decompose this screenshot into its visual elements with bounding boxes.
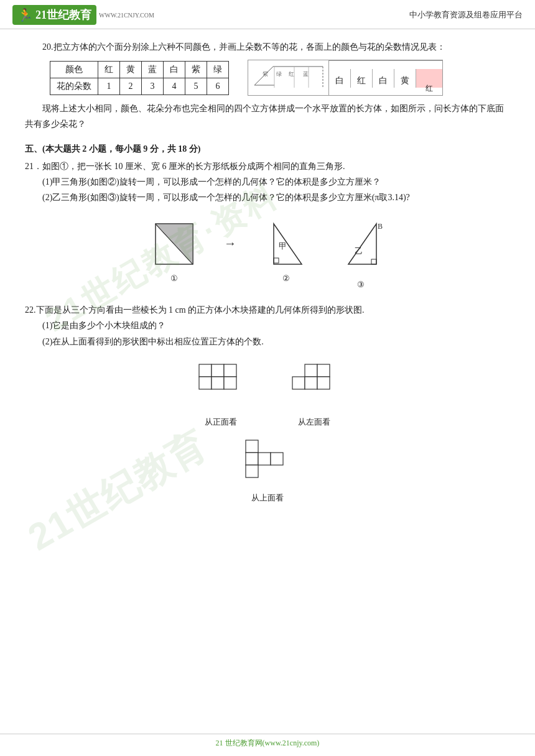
cube-face-red1: 红	[351, 69, 373, 88]
diagram3-label: ③	[357, 280, 365, 290]
svg-rect-31	[317, 377, 330, 389]
table-val-5: 5	[185, 78, 207, 94]
svg-text:绿: 绿	[276, 71, 282, 77]
q20-continuation: 现将上述大小相同，颜色、花朵分布也完全相同的四个立方体拼成一个水平放置的长方体，…	[25, 101, 510, 132]
cube-face-red2: 红	[416, 69, 442, 88]
svg-text:紫: 紫	[263, 71, 268, 77]
q22-text: 22.下面是从三个方向看由一些棱长为 1 cm 的正方体小木块搭建的几何体所得到…	[25, 302, 510, 318]
table-cell-red: 红	[98, 61, 120, 78]
table-cell-green: 绿	[207, 61, 229, 78]
table-row-label: 花的朵数	[50, 78, 98, 94]
front-view-svg	[187, 358, 255, 414]
cube-face-yellow: 黄	[394, 69, 416, 88]
svg-text:乙: 乙	[355, 246, 363, 256]
cube-diagram: 紫 绿 红 蓝 白 红 白 黄 红	[248, 60, 443, 96]
q22-left-view: 从左面看	[280, 358, 348, 428]
table-val-2: 2	[120, 78, 142, 94]
svg-rect-30	[305, 377, 317, 389]
top-view-label: 从上面看	[251, 492, 284, 504]
svg-text:红: 红	[289, 71, 294, 77]
diagram-1: ①	[149, 218, 199, 284]
svg-rect-33	[246, 453, 258, 465]
footer-text: 21 世纪教育网(www.21cnjy.com)	[216, 739, 320, 747]
diagram2-svg: 甲	[261, 218, 311, 274]
diagram1-svg	[149, 218, 199, 274]
svg-rect-24	[199, 377, 212, 389]
left-view-svg	[280, 358, 348, 414]
q21-sub2: (2)乙三角形(如图③)旋转一周，可以形成一个怎样的几何体？它的体积是多少立方厘…	[25, 190, 510, 205]
question-22: 22.下面是从三个方向看由一些棱长为 1 cm 的正方体小木块搭建的几何体所得到…	[25, 302, 510, 504]
left-view-label: 从左面看	[298, 417, 330, 428]
q21-sub1: (1)甲三角形(如图②)旋转一周，可以形成一个怎样的几何体？它的体积是多少立方厘…	[25, 174, 510, 190]
table-val-3: 3	[142, 78, 164, 94]
svg-rect-25	[212, 377, 224, 389]
page-header: 🏃 21世纪教育 WWW.21CNJY.COM 中小学教育资源及组卷应用平台	[0, 0, 535, 29]
logo-box: 🏃 21世纪教育	[12, 5, 96, 25]
svg-rect-34	[258, 453, 271, 465]
svg-rect-26	[224, 377, 236, 389]
svg-rect-21	[199, 364, 212, 377]
section-5-header: 五、(本大题共 2 小题，每小题 9 分，共 18 分)	[25, 144, 510, 155]
table-cell-blue: 蓝	[142, 61, 164, 78]
q22-top-view-container: 从上面看	[25, 434, 510, 504]
table-val-4: 4	[164, 78, 185, 94]
question-20: 20.把立方体的六个面分别涂上六种不同颜色，并画上朵数不等的花，各面上的颜色与花…	[25, 39, 510, 132]
diagram-2: 甲 ②	[261, 218, 311, 284]
svg-rect-32	[246, 440, 258, 453]
table-val-6: 6	[207, 78, 229, 94]
page-footer: 21 世纪教育网(www.21cnjy.com)	[0, 734, 535, 749]
svg-rect-36	[246, 465, 258, 477]
table-cell-purple: 紫	[185, 61, 207, 78]
logo-text: 21世纪教育	[35, 7, 91, 22]
svg-rect-29	[292, 377, 305, 389]
svg-text:甲: 甲	[279, 241, 287, 251]
diagram-3: 乙 B ③	[336, 218, 386, 290]
q22-front-view: 从正面看	[187, 358, 255, 428]
logo-area: 🏃 21世纪教育 WWW.21CNJY.COM	[12, 5, 154, 25]
q22-sub1: (1)它是由多少个小木块组成的？	[25, 318, 510, 333]
svg-text:蓝: 蓝	[303, 71, 309, 77]
question-21: 21．如图①，把一张长 10 厘米、宽 6 厘米的长方形纸板分成两个相同的直角三…	[25, 159, 510, 290]
cube-face-white2: 白	[373, 69, 394, 88]
svg-text:B: B	[378, 222, 383, 231]
front-view-label: 从正面看	[205, 417, 237, 428]
logo-runner-icon: 🏃	[17, 7, 33, 22]
cube-face-white: 白	[329, 69, 351, 88]
cube-top-svg: 紫 绿 红 蓝	[248, 60, 329, 95]
logo-url: WWW.21CNJY.COM	[99, 12, 154, 19]
table-header-color: 颜色	[50, 61, 98, 78]
q20-text: 20.把立方体的六个面分别涂上六种不同颜色，并画上朵数不等的花，各面上的颜色与花…	[25, 39, 510, 55]
q22-top-view: 从上面看	[233, 434, 302, 504]
main-content: 20.把立方体的六个面分别涂上六种不同颜色，并画上朵数不等的花，各面上的颜色与花…	[0, 29, 535, 521]
q22-views: 从正面看 从左面看	[25, 358, 510, 428]
svg-rect-22	[212, 364, 224, 377]
platform-name: 中小学教育资源及组卷应用平台	[409, 9, 523, 21]
table-cell-yellow: 黄	[120, 61, 142, 78]
q20-table-area: 颜色 红 黄 蓝 白 紫 绿 花的朵数 1 2 3 4 5 6	[50, 60, 510, 96]
table-val-1: 1	[98, 78, 120, 94]
svg-rect-28	[317, 364, 330, 377]
diagram1-label: ①	[170, 274, 178, 284]
table-cell-white: 白	[164, 61, 185, 78]
q22-sub2: (2)在从上面看得到的形状图中标出相应位置正方体的个数.	[25, 334, 510, 349]
q21-diagrams: ① → 甲 ②	[25, 218, 510, 290]
top-view-svg	[233, 434, 302, 490]
arrow-icon: →	[224, 236, 236, 251]
svg-rect-27	[305, 364, 317, 377]
diagram3-svg: 乙 B	[336, 218, 386, 280]
svg-rect-23	[224, 364, 236, 377]
svg-marker-17	[348, 224, 376, 264]
diagram2-label: ②	[282, 274, 290, 284]
q21-text: 21．如图①，把一张长 10 厘米、宽 6 厘米的长方形纸板分成两个相同的直角三…	[25, 159, 510, 174]
svg-rect-35	[271, 453, 283, 465]
color-table: 颜色 红 黄 蓝 白 紫 绿 花的朵数 1 2 3 4 5 6	[50, 61, 229, 95]
